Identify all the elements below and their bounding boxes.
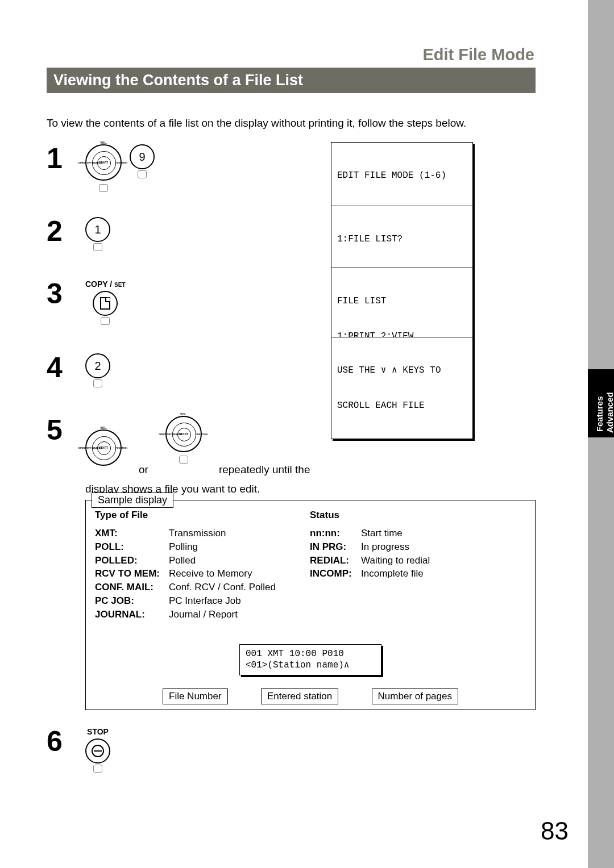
- dial-vol-label: VOL.: [100, 426, 107, 429]
- step-6: 6 STOP: [47, 725, 536, 782]
- status-title: Status: [310, 510, 430, 521]
- dial-dir-label: DIRECTORY SEARCH: [78, 446, 102, 449]
- type-of-file-table: Type of File XMT:Transmission POLL:Polli…: [95, 510, 276, 621]
- entered-station-label: Entered station: [261, 688, 338, 704]
- step-number: 5: [47, 414, 63, 446]
- step-number: 2: [47, 215, 63, 248]
- sample-display-box: Sample display Type of File XMT:Transmis…: [85, 500, 536, 710]
- step-2: 2 1: [47, 215, 536, 272]
- keypad-9-button: 9: [130, 144, 155, 169]
- type-title: Type of File: [95, 510, 276, 521]
- sample-tab: Sample display: [92, 493, 173, 508]
- dial-start-label: START: [179, 432, 188, 436]
- nav-dial-icon: START VOL. DIRECTORY SEARCH FUNCTION: [85, 429, 122, 466]
- file-number-label: File Number: [163, 688, 228, 704]
- steps: EDIT FILE MODE (1-6) ENTER NO. OR ∨ ∧ 1:…: [47, 142, 536, 782]
- step-number: 4: [47, 351, 63, 384]
- dial-fun-label: FUNCTION: [115, 446, 127, 449]
- after-dial-text: repeatedly until the: [219, 464, 310, 481]
- press-hand-icon: [92, 379, 103, 392]
- press-hand-icon: [99, 317, 111, 329]
- dial-fun-label: FUNCTION: [115, 161, 127, 164]
- dial-start-label: START: [99, 446, 108, 449]
- copy-label: COPY /: [85, 279, 114, 289]
- step-1: 1 START VOL. DIRECTORY SEARCH FUNCTION 9: [47, 142, 536, 209]
- step-3: 3 COPY / SET: [47, 277, 536, 345]
- lcd-line: 001 XMT 10:00 P010: [246, 648, 375, 660]
- right-sidebar: Advanced Features: [588, 0, 614, 868]
- step-number: 6: [47, 725, 63, 758]
- dial-vol-label: VOL.: [180, 412, 187, 416]
- document-icon: [100, 297, 110, 310]
- step-4: 4 2: [47, 351, 536, 408]
- page-number: 83: [541, 817, 569, 845]
- section-title: Edit File Mode: [47, 45, 536, 64]
- tab-text-advanced: Advanced: [605, 392, 614, 433]
- nav-dial-icon: START VOL. DIRECTORY SEARCH FUNCTION: [165, 416, 202, 452]
- dial-fun-label: FUNCTION: [196, 433, 208, 436]
- dial-start-label: START: [99, 161, 108, 164]
- lcd-line: <01>(Station name)∧: [246, 660, 375, 671]
- press-hand-icon: [98, 184, 109, 197]
- stop-label: STOP: [87, 727, 109, 736]
- step-number: 3: [47, 277, 63, 310]
- step-5: 5 START VOL. DIRECTORY SEARCH FUNCTION o…: [47, 414, 536, 710]
- banner-heading: Viewing the Contents of a File List: [47, 68, 536, 93]
- sample-lcd-screen: 001 XMT 10:00 P010 <01>(Station name)∧: [239, 644, 381, 676]
- page-content: Edit File Mode Viewing the Contents of a…: [47, 45, 536, 787]
- dial-dir-label: DIRECTORY SEARCH: [78, 161, 102, 164]
- keypad-1-button: 1: [85, 217, 110, 242]
- keypad-2-button: 2: [85, 353, 110, 378]
- status-table: Status nn:nn:Start time IN PRG:In progre…: [310, 510, 430, 621]
- press-hand-icon: [136, 170, 148, 183]
- dial-vol-label: VOL.: [100, 141, 107, 144]
- press-hand-icon: [92, 765, 103, 777]
- set-label: SET: [114, 282, 125, 288]
- copy-set-label: COPY / SET: [85, 279, 126, 289]
- press-hand-icon: [92, 243, 103, 256]
- stop-button-icon: [85, 738, 110, 763]
- or-text: or: [139, 464, 148, 481]
- nav-dial-icon: START VOL. DIRECTORY SEARCH FUNCTION: [85, 144, 122, 181]
- tab-text-features: Features: [595, 396, 604, 432]
- chapter-tab: Advanced Features: [588, 369, 614, 437]
- step-number: 1: [47, 142, 63, 175]
- dial-dir-label: DIRECTORY SEARCH: [159, 433, 182, 436]
- press-hand-icon: [178, 456, 189, 468]
- intro-text: To view the contents of a file list on t…: [47, 117, 536, 130]
- number-of-pages-label: Number of pages: [372, 688, 458, 704]
- copy-set-button-icon: [93, 291, 118, 316]
